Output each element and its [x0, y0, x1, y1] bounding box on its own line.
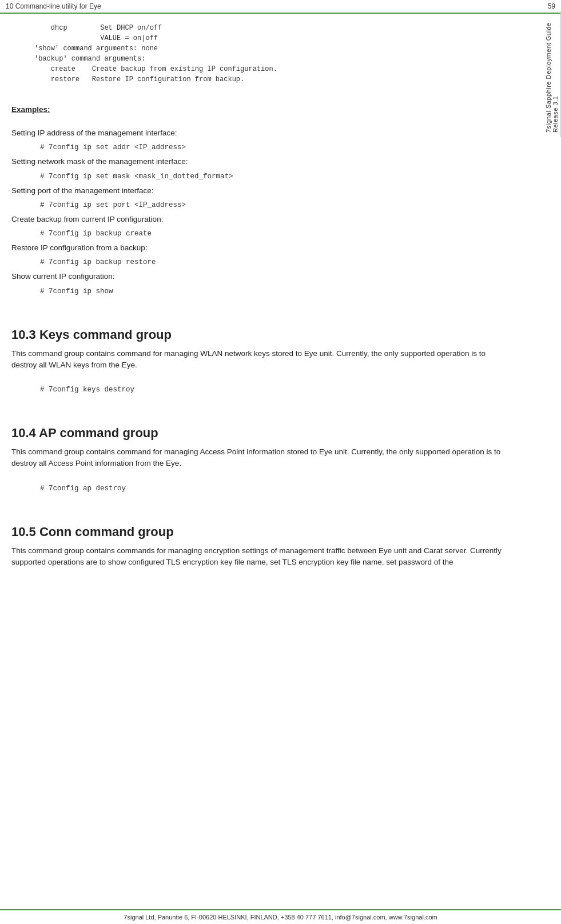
sidebar-label: 7signal Sapphire Deployment Guide Releas… [543, 11, 561, 137]
section-10-3-command: # 7config keys destroy [40, 386, 509, 394]
section-backup-create-intro: Create backup from current IP configurat… [11, 214, 509, 225]
page-number: 59 [548, 2, 555, 10]
section-10-4-heading: 10.4 AP command group [11, 426, 509, 441]
top-bar: 10 Command-line utility for Eye 59 [0, 0, 561, 14]
section-port-intro: Setting port of the management interface… [11, 185, 509, 197]
main-content: dhcp Set DHCP on/off VALUE = on|off 'sho… [0, 14, 538, 578]
section-10-5-body: This command group contains commands for… [11, 545, 509, 569]
chapter-title: 10 Command-line utility for Eye [6, 2, 101, 10]
section-10-4-body: This command group contains command for … [11, 446, 509, 470]
section-mask-intro: Setting network mask of the management i… [11, 156, 509, 167]
footer: 7signal Ltd, Panuntie 6, FI-00620 HELSIN… [0, 909, 561, 924]
section-mask-command: # 7config ip set mask <mask_in_dotted_fo… [40, 173, 509, 181]
section-show-intro: Show current IP configuration: [11, 271, 509, 282]
section-backup-restore-intro: Restore IP configuration from a backup: [11, 242, 509, 254]
section-10-5-heading: 10.5 Conn command group [11, 525, 509, 539]
section-backup-restore-command: # 7config ip backup restore [40, 258, 509, 266]
section-port-command: # 7config ip set port <IP_address> [40, 201, 509, 209]
footer-text: 7signal Ltd, Panuntie 6, FI-00620 HELSIN… [124, 914, 437, 921]
code-block-top: dhcp Set DHCP on/off VALUE = on|off 'sho… [34, 23, 509, 85]
section-10-3-heading: 10.3 Keys command group [11, 327, 509, 342]
section-10-3-body: This command group contains command for … [11, 348, 509, 371]
examples-heading: Examples: [11, 105, 509, 114]
section-10-4-command: # 7config ap destroy [40, 485, 509, 493]
section-ip-address-command: # 7config ip set addr <IP_address> [40, 143, 509, 151]
section-backup-create-command: # 7config ip backup create [40, 230, 509, 238]
section-show-command: # 7config ip show [40, 287, 509, 295]
section-ip-address-intro: Setting IP address of the management int… [11, 127, 509, 139]
